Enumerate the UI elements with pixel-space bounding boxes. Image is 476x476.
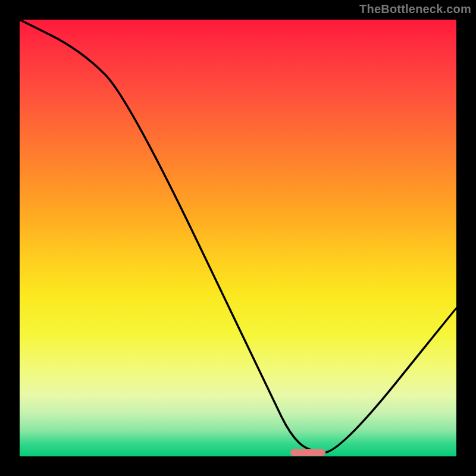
optimal-marker <box>290 449 325 456</box>
chart-canvas: TheBottleneck.com <box>0 0 476 476</box>
bottleneck-curve <box>20 20 456 453</box>
curve-svg <box>20 20 456 456</box>
plot-area <box>20 20 456 456</box>
watermark-text: TheBottleneck.com <box>359 2 471 16</box>
